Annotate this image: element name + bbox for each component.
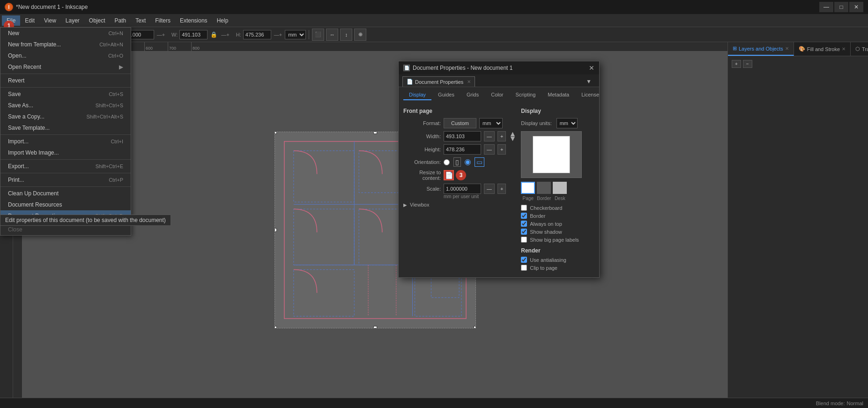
- menu-object[interactable]: Object: [84, 15, 110, 26]
- remove-layer-button[interactable]: −: [743, 60, 752, 68]
- menu-save[interactable]: Save Ctrl+S: [0, 89, 131, 100]
- big-page-labels-row: Show big page labels: [521, 237, 594, 243]
- minimize-button[interactable]: —: [819, 2, 833, 12]
- format-unit-select[interactable]: mm px cm: [479, 118, 503, 128]
- menu-cleanup[interactable]: Clean Up Document: [0, 188, 131, 199]
- viewbox-label: Viewbox: [410, 202, 429, 208]
- menu-open-recent[interactable]: Open Recent ▶: [0, 61, 131, 73]
- border-color-swatch[interactable]: [537, 182, 551, 194]
- w-input[interactable]: [179, 30, 208, 39]
- nav-tab-color[interactable]: Color: [485, 90, 509, 100]
- always-on-top-checkbox[interactable]: [521, 221, 527, 227]
- orientation-radio-landscape[interactable]: [465, 159, 471, 165]
- orientation-radio-none[interactable]: [444, 159, 450, 165]
- height-plus-btn[interactable]: +: [497, 144, 506, 155]
- panel-tabs: ⊞ Layers and Objects ✕ 🎨 Fill and Stroke…: [728, 42, 868, 56]
- orientation-row: Orientation: ▯ ▭: [403, 157, 516, 167]
- page-preview: [521, 131, 582, 178]
- dialog-titlebar[interactable]: 📄 Document Properties - New document 1 ✕: [399, 61, 599, 74]
- nav-tab-license[interactable]: License: [576, 90, 605, 100]
- menu-view[interactable]: View: [39, 15, 61, 26]
- svg-rect-1: [293, 150, 354, 201]
- svg-rect-7: [293, 269, 354, 316]
- height-input[interactable]: [444, 144, 481, 155]
- show-shadow-label: Show shadow: [530, 229, 562, 235]
- dialog-close-button[interactable]: ✕: [589, 64, 594, 72]
- menu-extensions[interactable]: Extensions: [175, 15, 212, 26]
- dialog-tab-close[interactable]: ✕: [467, 79, 471, 84]
- menu-import-web[interactable]: Import Web Image...: [0, 147, 131, 158]
- color-swatches: [521, 182, 594, 194]
- antialiasing-checkbox[interactable]: [521, 257, 527, 263]
- flip-v-button[interactable]: ↕: [340, 29, 352, 41]
- menu-open[interactable]: Open... Ctrl+O: [0, 50, 131, 61]
- dialog-tab-docprops[interactable]: 📄 Document Properties ✕: [402, 76, 475, 87]
- border-checkbox[interactable]: [521, 213, 527, 219]
- width-plus-btn[interactable]: +: [497, 131, 506, 141]
- antialiasing-label: Use antialiasing: [530, 257, 566, 263]
- nav-tab-grids[interactable]: Grids: [461, 90, 484, 100]
- close-button[interactable]: ✕: [849, 2, 863, 12]
- page-color-swatch[interactable]: [521, 182, 535, 194]
- menu-text[interactable]: Text: [131, 15, 150, 26]
- flip-h-button[interactable]: ↔: [326, 29, 338, 41]
- menu-layer[interactable]: Layer: [61, 15, 84, 26]
- clip-to-page-checkbox[interactable]: [521, 265, 527, 271]
- scale-label: Scale:: [403, 186, 441, 192]
- desk-color-swatch[interactable]: [553, 182, 567, 194]
- menu-new[interactable]: New Ctrl+N: [0, 28, 131, 39]
- nav-tab-display[interactable]: Display: [403, 90, 431, 100]
- big-page-labels-checkbox[interactable]: [521, 237, 527, 243]
- tab-fill-close[interactable]: ✕: [842, 46, 846, 52]
- menu-import[interactable]: Import... Ctrl+I: [0, 136, 131, 147]
- menu-save-as[interactable]: Save As... Shift+Ctrl+S: [0, 100, 131, 111]
- tooltip: Edit properties of this document (to be …: [0, 215, 171, 226]
- dialog-tab-label: Document Properties: [415, 79, 463, 85]
- menu-edit[interactable]: Edit: [20, 15, 39, 26]
- unit-select[interactable]: mm px cm in: [285, 30, 306, 39]
- menu-path[interactable]: Path: [110, 15, 131, 26]
- nav-tab-scripting[interactable]: Scripting: [510, 90, 542, 100]
- format-custom-btn[interactable]: Custom: [444, 118, 476, 128]
- resize-to-content-btn[interactable]: 📄: [444, 170, 454, 180]
- height-minus-btn[interactable]: —: [484, 144, 495, 155]
- add-layer-button[interactable]: +: [732, 60, 741, 68]
- dialog-collapse-btn[interactable]: ▼: [582, 76, 595, 87]
- menu-help[interactable]: Help: [212, 15, 233, 26]
- scale-plus-btn[interactable]: +: [497, 184, 506, 194]
- display-checkboxes: Checkerboard Border Always on top Show s…: [521, 205, 594, 243]
- trace-icon: ⬡: [855, 46, 860, 52]
- scale-minus-btn[interactable]: —: [484, 184, 495, 194]
- nav-tab-guides[interactable]: Guides: [432, 90, 460, 100]
- menu-filters[interactable]: Filters: [150, 15, 175, 26]
- scale-input[interactable]: [444, 184, 481, 194]
- h-input[interactable]: [243, 30, 271, 39]
- menu-export[interactable]: Export... Shift+Ctrl+E: [0, 161, 131, 172]
- viewbox-header[interactable]: ▶ Viewbox: [403, 202, 516, 208]
- big-page-labels-label: Show big page labels: [530, 237, 579, 243]
- height-resize-arrows[interactable]: ▲▼: [509, 132, 516, 141]
- menu-save-template[interactable]: Save Template...: [0, 122, 131, 134]
- transform-button[interactable]: ⊕: [354, 29, 366, 41]
- menu-print[interactable]: Print... Ctrl+P: [0, 174, 131, 185]
- menu-doc-resources[interactable]: Document Resources: [0, 199, 131, 210]
- tab-trace[interactable]: ⬡ Trace Bitmap ✕: [851, 42, 868, 56]
- tab-layers[interactable]: ⊞ Layers and Objects ✕: [728, 42, 794, 56]
- menu-revert[interactable]: Revert: [0, 75, 131, 86]
- tab-fill-label: Fill and Stroke: [807, 46, 840, 52]
- width-input[interactable]: [444, 131, 481, 141]
- show-shadow-checkbox[interactable]: [521, 229, 527, 235]
- maximize-button[interactable]: □: [834, 2, 848, 12]
- ruler-tick: 800: [191, 42, 215, 51]
- swatch-labels: Page Border Desk: [521, 196, 594, 201]
- lock-ratio-button[interactable]: ⬛: [312, 29, 324, 41]
- menu-save-copy[interactable]: Save a Copy... Shift+Ctrl+Alt+S: [0, 111, 131, 122]
- tab-fill[interactable]: 🎨 Fill and Stroke ✕: [794, 42, 851, 56]
- nav-tab-metadata[interactable]: Metadata: [542, 90, 575, 100]
- checkerboard-checkbox[interactable]: [521, 205, 527, 211]
- tab-layers-close[interactable]: ✕: [785, 46, 789, 51]
- menu-new-from-template[interactable]: New from Template... Ctrl+Alt+N: [0, 39, 131, 50]
- display-units-select[interactable]: mm px: [556, 118, 578, 128]
- portrait-icon: ▯: [453, 157, 461, 167]
- width-minus-btn[interactable]: —: [484, 131, 495, 141]
